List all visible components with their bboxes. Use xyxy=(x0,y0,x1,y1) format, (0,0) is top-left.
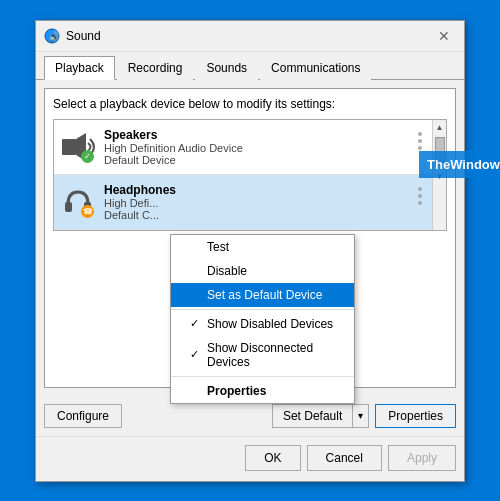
apply-button[interactable]: Apply xyxy=(388,445,456,471)
ctx-divider-2 xyxy=(171,376,354,377)
tab-sounds[interactable]: Sounds xyxy=(195,56,258,80)
ctx-disable-label: Disable xyxy=(207,264,338,278)
phone-badge: ☎ xyxy=(81,205,94,218)
context-menu: Test Disable Set as Default Device ✓ Sho… xyxy=(170,234,355,404)
sound-icon: 🔊 xyxy=(44,28,60,44)
headphone-name: Headphones xyxy=(104,183,414,197)
sound-dialog: 🔊 Sound ✕ Playback Recording Sounds Comm… xyxy=(35,20,465,482)
device-list-items: ✓ Speakers High Definition Audio Device … xyxy=(54,120,432,230)
ctx-properties-label: Properties xyxy=(207,384,338,398)
titlebar: 🔊 Sound ✕ xyxy=(36,21,464,52)
window-title: Sound xyxy=(66,29,101,43)
item-menu-indicator xyxy=(414,128,426,154)
set-default-dropdown-button[interactable]: ▾ xyxy=(352,404,369,428)
speaker-icon-container: ✓ xyxy=(60,129,96,165)
ctx-test-label: Test xyxy=(207,240,338,254)
device-list: ✓ Speakers High Definition Audio Device … xyxy=(53,119,447,231)
headphone-desc2: Default C... xyxy=(104,209,414,221)
ctx-showdisconnected-check: ✓ xyxy=(187,348,201,361)
ctx-setdefault-label: Set as Default Device xyxy=(207,288,338,302)
speaker-desc1: High Definition Audio Device xyxy=(104,142,414,154)
cancel-button[interactable]: Cancel xyxy=(307,445,382,471)
ctx-set-default[interactable]: Set as Default Device xyxy=(171,283,354,307)
tab-recording[interactable]: Recording xyxy=(117,56,194,80)
ok-button[interactable]: OK xyxy=(245,445,300,471)
ctx-show-disconnected[interactable]: ✓ Show Disconnected Devices xyxy=(171,336,354,374)
headphone-icon-container: ☎ xyxy=(60,184,96,220)
svg-rect-4 xyxy=(65,202,72,212)
speaker-name: Speakers xyxy=(104,128,414,142)
set-default-button[interactable]: Set Default xyxy=(272,404,352,428)
scroll-up-arrow[interactable]: ▲ xyxy=(433,120,447,135)
titlebar-left: 🔊 Sound xyxy=(44,28,101,44)
headphone-info: Headphones High Defi... Default C... xyxy=(104,183,414,221)
setdefault-group: Set Default ▾ xyxy=(272,404,369,428)
close-button[interactable]: ✕ xyxy=(432,27,456,45)
headphone-desc1: High Defi... xyxy=(104,197,414,209)
ctx-showdisabled-label: Show Disabled Devices xyxy=(207,317,338,331)
tab-communications[interactable]: Communications xyxy=(260,56,371,80)
device-scrollbar[interactable]: ▲ ▼ xyxy=(432,120,446,230)
ctx-showdisabled-check: ✓ xyxy=(187,317,201,330)
properties-button[interactable]: Properties xyxy=(375,404,456,428)
ctx-properties[interactable]: Properties xyxy=(171,379,354,403)
ctx-show-disabled[interactable]: ✓ Show Disabled Devices xyxy=(171,312,354,336)
content-area: Select a playback device below to modify… xyxy=(44,88,456,388)
device-item-headphones[interactable]: ☎ Headphones High Defi... Default C... xyxy=(54,175,432,230)
device-item-speakers[interactable]: ✓ Speakers High Definition Audio Device … xyxy=(54,120,432,175)
tab-playback[interactable]: Playback xyxy=(44,56,115,80)
speaker-info: Speakers High Definition Audio Device De… xyxy=(104,128,414,166)
dialog-buttons: OK Cancel Apply xyxy=(36,436,464,481)
ctx-showdisconnected-label: Show Disconnected Devices xyxy=(207,341,338,369)
ctx-test[interactable]: Test xyxy=(171,235,354,259)
ctx-divider-1 xyxy=(171,309,354,310)
default-check-badge: ✓ xyxy=(81,150,94,163)
scroll-down-arrow[interactable]: ▼ xyxy=(433,169,447,184)
svg-text:🔊: 🔊 xyxy=(48,30,60,43)
svg-rect-2 xyxy=(62,139,76,155)
item-menu-indicator2 xyxy=(414,183,426,209)
configure-button[interactable]: Configure xyxy=(44,404,122,428)
scroll-thumb[interactable] xyxy=(435,137,445,167)
ctx-disable[interactable]: Disable xyxy=(171,259,354,283)
speaker-desc2: Default Device xyxy=(104,154,414,166)
tab-bar: Playback Recording Sounds Communications xyxy=(36,52,464,80)
instruction-label: Select a playback device below to modify… xyxy=(53,97,447,111)
